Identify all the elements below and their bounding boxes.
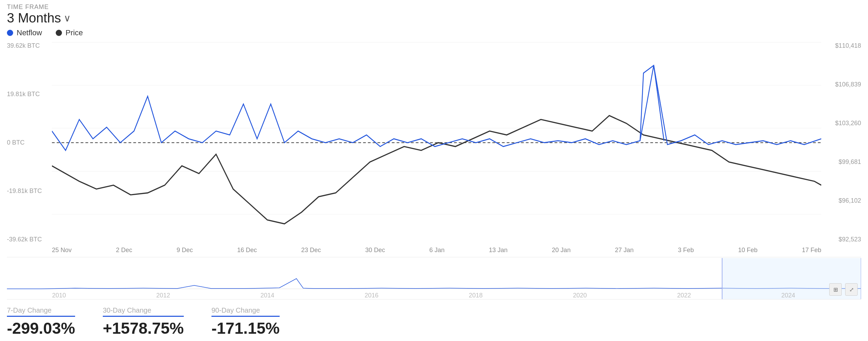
y-label-2: 0 BTC (7, 139, 52, 146)
y-axis-left: 39.62k BTC 19.81k BTC 0 BTC -19.81k BTC … (7, 42, 52, 243)
x-label-5: 30 Dec (365, 247, 385, 254)
stat-30day-label: 30-Day Change (103, 306, 184, 317)
x-label-4: 23 Dec (301, 247, 321, 254)
mini-icon-bars[interactable]: ⊞ (829, 283, 842, 296)
year-2024: 2024 (781, 292, 795, 299)
stat-90day-value: -171.15% (211, 319, 280, 338)
stat-7day-label: 7-Day Change (7, 306, 75, 317)
stat-90day-label: 90-Day Change (211, 306, 280, 317)
y-label-1: 19.81k BTC (7, 91, 52, 98)
main-chart[interactable]: 39.62k BTC 19.81k BTC 0 BTC -19.81k BTC … (7, 42, 861, 257)
x-label-7: 13 Jan (489, 247, 508, 254)
stat-7day-value: -299.03% (7, 319, 75, 338)
x-label-12: 17 Feb (802, 247, 821, 254)
netflow-dot-icon (7, 30, 13, 36)
y-right-label-3: $99,681 (839, 158, 861, 166)
y-label-0: 39.62k BTC (7, 42, 52, 49)
main-container: TIME FRAME 3 Months ∨ Netflow Price (0, 0, 868, 341)
x-label-2: 9 Dec (177, 247, 193, 254)
y-label-3: -19.81k BTC (7, 187, 52, 195)
x-label-1: 2 Dec (116, 247, 132, 254)
mini-year-labels: 2010 2012 2014 2016 2018 2020 2022 2024 (7, 292, 840, 299)
x-label-9: 27 Jan (615, 247, 634, 254)
mini-icon-expand[interactable]: ⤢ (845, 283, 858, 296)
x-axis: 25 Nov 2 Dec 9 Dec 16 Dec 23 Dec 30 Dec … (52, 243, 821, 257)
year-2016: 2016 (364, 292, 378, 299)
y-right-label-4: $96,102 (839, 197, 861, 204)
time-frame-value-text: 3 Months (7, 11, 61, 26)
price-dot-icon (56, 30, 62, 36)
stat-7day: 7-Day Change -299.03% (7, 306, 75, 338)
x-label-3: 16 Dec (237, 247, 257, 254)
x-label-6: 6 Jan (429, 247, 444, 254)
stat-30day-value: +1578.75% (103, 319, 184, 338)
y-right-label-0: $110,418 (835, 42, 861, 49)
x-label-10: 3 Feb (678, 247, 694, 254)
chart-svg-container (52, 42, 821, 243)
chart-area: 39.62k BTC 19.81k BTC 0 BTC -19.81k BTC … (7, 42, 861, 338)
x-label-11: 10 Feb (738, 247, 758, 254)
chevron-down-icon: ∨ (64, 12, 71, 24)
year-2022: 2022 (677, 292, 691, 299)
time-frame-section: TIME FRAME 3 Months ∨ (7, 3, 861, 26)
main-chart-svg (52, 42, 821, 243)
legend-netflow: Netflow (7, 28, 42, 37)
x-label-8: 20 Jan (552, 247, 571, 254)
legend-price: Price (56, 28, 83, 37)
legend-netflow-label: Netflow (17, 28, 42, 37)
year-2020: 2020 (573, 292, 587, 299)
year-2018: 2018 (469, 292, 482, 299)
time-frame-label: TIME FRAME (7, 3, 861, 11)
stats-section: 7-Day Change -299.03% 30-Day Change +157… (7, 299, 861, 338)
year-2010: 2010 (52, 292, 66, 299)
time-frame-selector[interactable]: 3 Months ∨ (7, 11, 861, 26)
year-2014: 2014 (260, 292, 274, 299)
stat-30day: 30-Day Change +1578.75% (103, 306, 184, 338)
x-label-0: 25 Nov (52, 247, 72, 254)
mini-chart-icons: ⊞ ⤢ (829, 283, 858, 296)
y-right-label-1: $106,839 (835, 81, 861, 88)
chart-legend: Netflow Price (7, 28, 861, 37)
y-label-4: -39.62k BTC (7, 236, 52, 243)
y-right-label-2: $103,260 (835, 120, 861, 127)
legend-price-label: Price (65, 28, 83, 37)
year-2012: 2012 (156, 292, 170, 299)
y-axis-right: $110,418 $106,839 $103,260 $99,681 $96,1… (823, 42, 861, 243)
mini-chart[interactable]: 2010 2012 2014 2016 2018 2020 2022 2024 … (7, 258, 861, 299)
y-right-label-5: $92,523 (839, 236, 861, 243)
stat-90day: 90-Day Change -171.15% (211, 306, 280, 338)
